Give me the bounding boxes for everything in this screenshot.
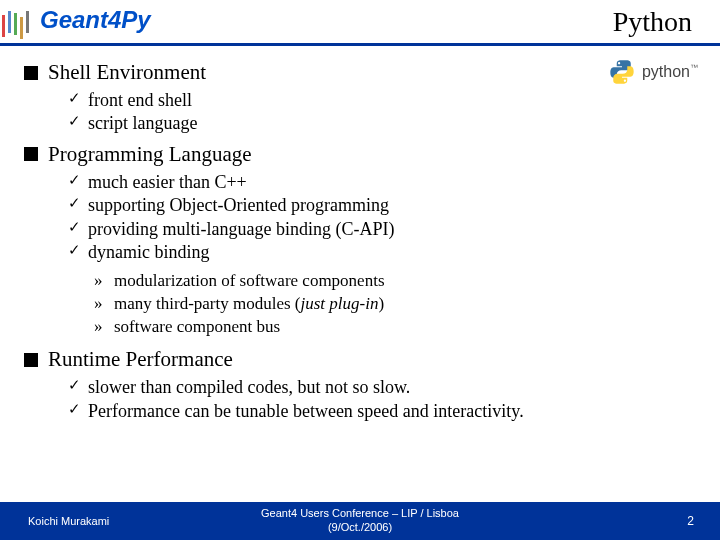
slide-content: Shell Environment ✓front end shell ✓scri…: [0, 46, 720, 423]
raquo-icon: »: [94, 316, 106, 339]
check-icon: ✓: [68, 89, 80, 112]
check-icon: ✓: [68, 171, 80, 194]
raquo-icon: »: [94, 270, 106, 293]
section-shell-env: Shell Environment ✓front end shell ✓scri…: [24, 60, 696, 136]
geant4-stripes-icon: [2, 11, 29, 39]
bullet-text: supporting Object-Oriented programming: [88, 194, 389, 217]
bullet-text: front end shell: [88, 89, 192, 112]
bullet-text: slower than compiled codes, but not so s…: [88, 376, 410, 399]
brand-text: Geant4Py: [40, 6, 151, 34]
slide-header: Geant4Py Python: [0, 0, 720, 46]
check-icon: ✓: [68, 376, 80, 399]
bullet-text: dynamic binding: [88, 241, 209, 264]
check-icon: ✓: [68, 218, 80, 241]
python-logo-text: python™: [642, 63, 698, 81]
check-icon: ✓: [68, 194, 80, 217]
square-bullet-icon: [24, 147, 38, 161]
square-bullet-icon: [24, 66, 38, 80]
bullet-text: Performance can be tunable between speed…: [88, 400, 524, 423]
section-programming-language: Programming Language ✓much easier than C…: [24, 142, 696, 339]
check-icon: ✓: [68, 112, 80, 135]
section-title: Runtime Performance: [48, 347, 233, 372]
python-logo: python™: [608, 58, 698, 86]
slide-title: Python: [613, 6, 692, 38]
raquo-icon: »: [94, 293, 106, 316]
subbullet-text: software component bus: [114, 316, 280, 339]
check-icon: ✓: [68, 241, 80, 264]
check-icon: ✓: [68, 400, 80, 423]
section-title: Shell Environment: [48, 60, 206, 85]
bullet-text: script language: [88, 112, 197, 135]
slide-footer: Koichi Murakami Geant4 Users Conference …: [0, 502, 720, 540]
subbullet-text: many third-party modules (just plug-in): [114, 293, 384, 316]
subbullet-text: modularization of software components: [114, 270, 385, 293]
section-title: Programming Language: [48, 142, 252, 167]
section-runtime-performance: Runtime Performance ✓slower than compile…: [24, 347, 696, 423]
footer-author: Koichi Murakami: [28, 515, 109, 527]
bullet-text: much easier than C++: [88, 171, 247, 194]
square-bullet-icon: [24, 353, 38, 367]
python-icon: [608, 58, 636, 86]
footer-page-number: 2: [687, 514, 694, 528]
bullet-text: providing multi-language binding (C-API): [88, 218, 394, 241]
